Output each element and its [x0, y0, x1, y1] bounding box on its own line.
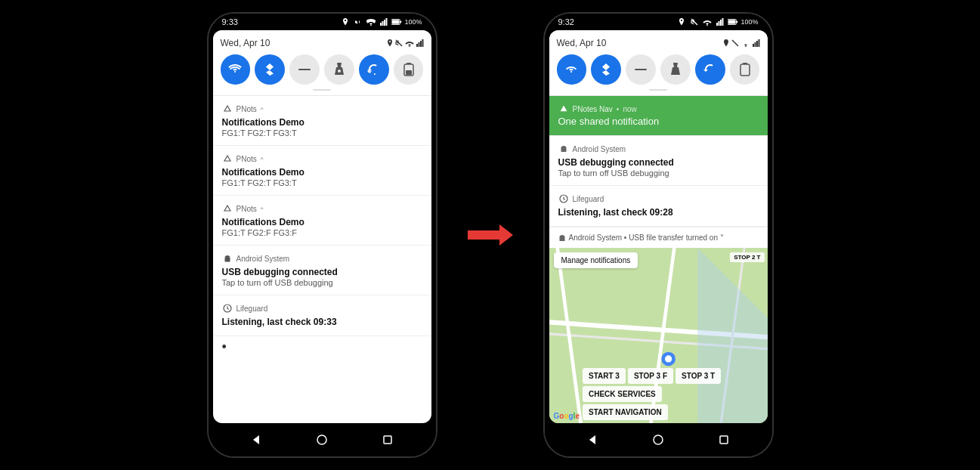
svg-line-31 — [732, 40, 738, 46]
manage-notif-button[interactable]: Manage notifications — [554, 252, 638, 268]
svg-rect-6 — [400, 21, 402, 23]
right-green-notif[interactable]: PNotes Nav • now One shared notification — [549, 96, 768, 136]
svg-rect-2 — [384, 20, 385, 26]
left-notif-3[interactable]: PNots ^ Notifications Demo FG1:T FG2:F F… — [213, 196, 431, 246]
manage-notifications-btn[interactable]: Manage notifications — [554, 252, 638, 268]
right-qs-header: Wed, Apr 10 — [557, 38, 760, 48]
right-content: Wed, Apr 10 — [549, 30, 768, 423]
stop3t-btn[interactable]: STOP 3 T — [675, 368, 721, 384]
home-button-left[interactable] — [311, 429, 332, 450]
left-notif-5-app: Lifeguard — [236, 305, 268, 313]
qs-flashlight-btn[interactable] — [324, 54, 354, 85]
pnotes-nav-icon — [558, 104, 569, 114]
svg-point-45 — [654, 435, 663, 444]
start-nav-btn[interactable]: START NAVIGATION — [583, 404, 668, 420]
now-separator: • — [617, 105, 620, 113]
stop2t-label: STOP 2 T — [730, 252, 764, 262]
recents-button-left[interactable] — [377, 429, 398, 450]
left-qs-header: Wed, Apr 10 — [221, 38, 424, 48]
left-notif-2-text: FG1:T FG2:T FG3:T — [222, 178, 422, 187]
right-qs-wifi-btn[interactable] — [557, 54, 587, 85]
svg-rect-46 — [720, 436, 728, 444]
right-qs-buttons — [557, 54, 760, 85]
left-notif-1-title: Notifications Demo — [222, 117, 422, 128]
right-mute-icon — [689, 17, 700, 26]
right-green-title: One shared notification — [558, 116, 759, 127]
left-notif-1-chevron: ^ — [261, 106, 264, 113]
left-notif-4-header: Android System — [222, 253, 422, 264]
right-usb-notif[interactable]: Android System USB debugging connected T… — [549, 136, 768, 186]
right-qs-battery-btn[interactable] — [730, 54, 760, 85]
right-qs-flash-btn[interactable] — [660, 54, 691, 85]
right-usb-footer[interactable]: Android System • USB file transfer turne… — [549, 227, 768, 248]
lifeguard-icon-right — [558, 193, 569, 204]
location-icon — [340, 17, 351, 26]
svg-rect-12 — [298, 69, 311, 70]
right-location-icon — [676, 17, 687, 26]
left-date: Wed, Apr 10 — [221, 38, 271, 48]
svg-rect-36 — [635, 69, 647, 70]
svg-rect-25 — [719, 21, 720, 26]
right-status-icons: 100% — [676, 17, 758, 26]
left-notif-5[interactable]: Lifeguard Listening, last check 09:33 — [213, 295, 431, 336]
right-time: 9:32 — [558, 17, 574, 26]
right-qs-bt-btn[interactable] — [591, 54, 621, 85]
back-button-right[interactable] — [582, 429, 603, 450]
svg-rect-22 — [384, 436, 391, 444]
left-notif-2[interactable]: PNots ^ Notifications Demo FG1:T FG2:T F… — [213, 146, 431, 196]
left-notif-4-title: USB debugging connected — [222, 267, 422, 277]
svg-rect-0 — [380, 23, 382, 26]
right-qs-sync-btn[interactable] — [695, 54, 725, 85]
right-lifeguard-notif[interactable]: Lifeguard Listening, last check 09:28 — [549, 186, 768, 227]
right-usb-app: Android System — [573, 145, 626, 153]
svg-rect-11 — [422, 39, 423, 47]
svg-marker-18 — [224, 206, 230, 211]
right-bottom-nav — [545, 423, 772, 456]
left-quick-settings: Wed, Apr 10 — [213, 30, 431, 96]
left-notif-4-app: Android System — [236, 255, 290, 263]
left-notif-2-header: PNots ^ — [222, 153, 422, 164]
google-g: G — [554, 412, 560, 420]
start3-btn[interactable]: START 3 — [583, 368, 626, 384]
svg-rect-15 — [406, 70, 412, 75]
stop3f-btn[interactable]: STOP 3 F — [628, 368, 673, 384]
check-services-btn[interactable]: CHECK SERVICES — [583, 386, 662, 402]
svg-marker-39 — [561, 106, 567, 111]
qs-dnd-btn[interactable] — [289, 54, 320, 85]
svg-rect-30 — [737, 21, 738, 23]
left-notif-1-app: PNots — [236, 105, 257, 113]
qs-bluetooth-btn[interactable] — [255, 54, 285, 85]
right-qs-icons — [723, 39, 760, 47]
right-qs-divider — [649, 89, 667, 91]
right-green-notif-header: PNotes Nav • now — [558, 104, 759, 114]
right-lifeguard-header: Lifeguard — [558, 193, 759, 204]
qs-battery-btn[interactable] — [394, 54, 424, 85]
back-button-left[interactable] — [246, 429, 267, 450]
right-white-area: Wed, Apr 10 — [549, 30, 768, 248]
qs-wifi-btn[interactable] — [221, 54, 251, 85]
svg-rect-34 — [756, 41, 758, 47]
svg-marker-20 — [253, 435, 259, 444]
left-qs-status-icons — [387, 39, 424, 47]
left-phone-screen: 9:33 — [209, 14, 436, 456]
home-button-right[interactable] — [648, 429, 669, 450]
svg-line-7 — [396, 40, 402, 46]
left-notif-1[interactable]: PNots ^ Notifications Demo FG1:T FG2:T F… — [213, 96, 431, 146]
recents-button-right[interactable] — [713, 429, 734, 450]
left-time: 9:33 — [222, 17, 238, 26]
svg-rect-3 — [386, 18, 388, 26]
right-qs-dnd-btn[interactable] — [626, 54, 656, 85]
right-quick-settings: Wed, Apr 10 — [549, 30, 768, 96]
right-signal-icon — [715, 17, 725, 26]
right-usb-text: Tap to turn off USB debugging — [558, 169, 759, 178]
usb-footer-text: Android System • USB file transfer turne… — [569, 233, 724, 242]
android-icon-right — [558, 144, 569, 154]
qs-sync-btn[interactable] — [359, 54, 389, 85]
left-notif-2-title: Notifications Demo — [222, 167, 422, 178]
svg-rect-10 — [420, 41, 422, 47]
direction-arrow — [468, 224, 513, 246]
left-notif-4[interactable]: Android System USB debugging connected T… — [213, 246, 431, 295]
left-notif-3-chevron: ^ — [261, 206, 264, 212]
svg-rect-9 — [418, 42, 419, 47]
left-notif-2-chevron: ^ — [261, 156, 264, 162]
